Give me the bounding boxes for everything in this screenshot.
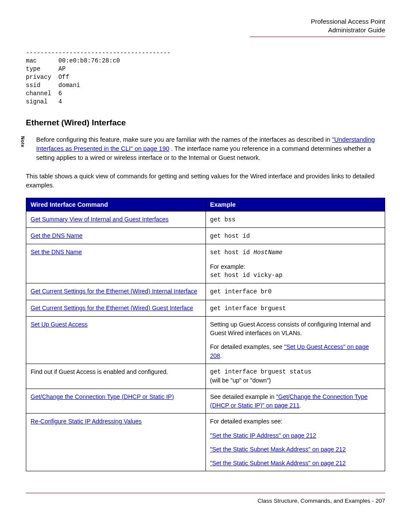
cmd-link[interactable]: Re-Configure Static IP Addressing Values: [31, 418, 142, 425]
example-code: get interface brguest status: [210, 367, 381, 376]
table-row: Re-Configure Static IP Addressing Values…: [26, 414, 385, 471]
cmd-link[interactable]: Get Current Settings for the Ethernet (W…: [31, 305, 193, 311]
cmd-link[interactable]: Get/Change the Connection Type (DHCP or …: [31, 393, 174, 400]
page-footer: Class Structure, Commands, and Examples …: [26, 493, 385, 504]
table-row: Get Current Settings for the Ethernet (W…: [26, 300, 385, 316]
cmd-link[interactable]: Get Summary View of Internal and Guest I…: [31, 216, 168, 223]
example-code: set host id vicky-ap: [210, 271, 381, 280]
table-row: Set Up Guest Access Setting up Guest Acc…: [26, 316, 385, 364]
example-text: Setting up Guest Access consists of conf…: [210, 320, 381, 338]
example-code: get host id: [210, 233, 250, 240]
example-code: get interface brguest: [210, 305, 286, 312]
example-code: get bss: [210, 216, 236, 223]
table-row: Get Current Settings for the Ethernet (W…: [26, 283, 385, 300]
table-row: Get Summary View of Internal and Guest I…: [26, 211, 385, 227]
example-detail-post: .: [220, 352, 222, 359]
example-link[interactable]: "Set the Static IP Address" on page 212: [210, 432, 316, 439]
section-title: Ethernet (Wired) Interface: [26, 118, 385, 128]
cmd-link[interactable]: Set Up Guest Access: [31, 321, 87, 328]
table-row: Get the DNS Name get host id: [26, 228, 385, 244]
example-intro: For detailed examples see:: [210, 417, 381, 426]
example-label: For example:: [210, 262, 381, 271]
note-text-pre: Before configuring this feature, make su…: [36, 136, 332, 143]
table-header-command: Wired Interface Command: [26, 198, 206, 211]
note-block: Note Before configuring this feature, ma…: [26, 135, 385, 162]
example-code-param: HostName: [253, 249, 282, 256]
example-detail-pre: For detailed examples, see: [210, 343, 284, 350]
example-sub: (will be "up" or "down"): [210, 376, 381, 385]
example-code: set host id: [210, 249, 254, 256]
example-pre: See detailed example in: [210, 393, 276, 400]
table-row: Set the DNS Name set host id HostName Fo…: [26, 244, 385, 283]
header-line-2: Administrator Guide: [250, 26, 385, 34]
page-header: Professional Access Point Administrator …: [250, 17, 385, 37]
example-link[interactable]: "Set the Static Subnet Mask Address" on …: [210, 460, 346, 467]
example-post: .: [299, 402, 301, 409]
cmd-link[interactable]: Set the DNS Name: [31, 249, 82, 255]
cmd-link[interactable]: Get Current Settings for the Ethernet (W…: [31, 288, 197, 295]
header-line-1: Professional Access Point: [250, 17, 385, 26]
code-output: ----------------------------------------…: [26, 49, 385, 106]
cmd-link[interactable]: Get the DNS Name: [31, 232, 83, 239]
example-link[interactable]: "Set the Static Subnet Mask Address" on …: [210, 446, 346, 453]
note-label: Note: [19, 136, 26, 147]
commands-table: Wired Interface Command Example Get Summ…: [26, 198, 385, 472]
table-row: Get/Change the Connection Type (DHCP or …: [26, 389, 385, 414]
intro-text: This table shows a quick view of command…: [26, 172, 385, 190]
example-code: get interface br0: [210, 288, 272, 295]
cmd-text: Find out if Guest Access is enabled and …: [31, 368, 168, 375]
table-row: Find out if Guest Access is enabled and …: [26, 364, 385, 389]
table-header-example: Example: [206, 198, 385, 211]
